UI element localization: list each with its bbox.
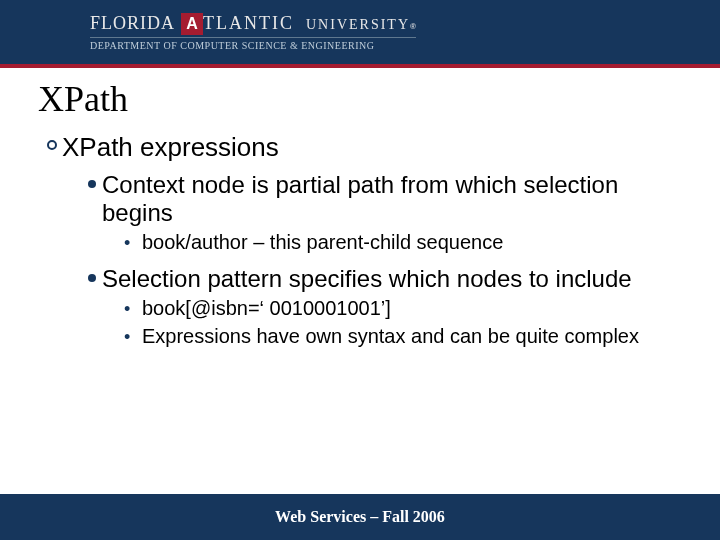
lvl3-text: Expressions have own syntax and can be q… [142, 325, 690, 348]
bullet-dot-icon: • [124, 325, 142, 349]
list-item: • Expressions have own syntax and can be… [124, 325, 690, 349]
footer-bar: Web Services – Fall 2006 [0, 494, 720, 540]
list-item: XPath expressions [42, 132, 690, 163]
list-item: • book/author – this parent-child sequen… [124, 231, 690, 255]
header-inner: FLORIDA A TLANTIC UNIVERSITY ® DEPARTMEN… [90, 13, 416, 51]
footer-text: Web Services – Fall 2006 [275, 508, 445, 526]
header-bar: FLORIDA A TLANTIC UNIVERSITY ® DEPARTMEN… [0, 0, 720, 64]
bullet-open-circle-icon [42, 132, 62, 150]
bullet-disc-icon [82, 171, 102, 188]
university-logo: FLORIDA A TLANTIC UNIVERSITY ® [90, 13, 416, 35]
bullet-dot-icon: • [124, 297, 142, 321]
registered-icon: ® [410, 22, 416, 31]
lvl1-text: XPath expressions [62, 132, 690, 163]
content-area: XPath XPath expressions Context node is … [0, 68, 720, 494]
lvl2-text: Context node is partial path from which … [102, 171, 690, 227]
logo-a-icon: A [181, 13, 203, 35]
logo-text-university: UNIVERSITY [306, 17, 410, 33]
lvl3-text: book/author – this parent-child sequence [142, 231, 690, 254]
lvl3-text: book[@isbn=‘ 0010001001’] [142, 297, 690, 320]
slide-title: XPath [38, 78, 690, 120]
bullet-disc-icon [82, 265, 102, 282]
bullet-dot-icon: • [124, 231, 142, 255]
lvl2-text: Selection pattern specifies which nodes … [102, 265, 690, 293]
logo-text-tlantic: TLANTIC [203, 13, 294, 34]
list-item: Selection pattern specifies which nodes … [82, 265, 690, 293]
slide: FLORIDA A TLANTIC UNIVERSITY ® DEPARTMEN… [0, 0, 720, 540]
list-item: Context node is partial path from which … [82, 171, 690, 227]
list-item: • book[@isbn=‘ 0010001001’] [124, 297, 690, 321]
divider [90, 37, 416, 38]
logo-text-florida: FLORIDA [90, 13, 175, 34]
department-text: DEPARTMENT OF COMPUTER SCIENCE & ENGINEE… [90, 40, 416, 51]
